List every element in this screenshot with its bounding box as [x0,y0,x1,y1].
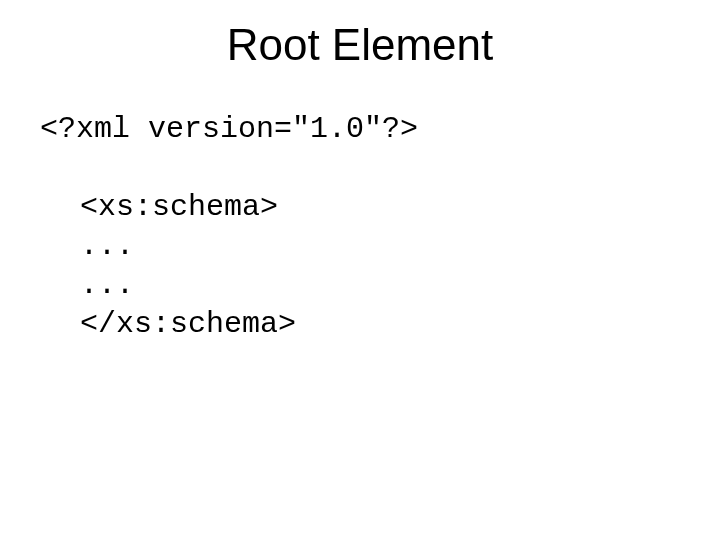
code-block: <?xml version="1.0"?> <xs:schema> ... ..… [40,110,680,344]
code-line-schema-close: </xs:schema> [40,305,680,344]
slide-container: Root Element <?xml version="1.0"?> <xs:s… [0,0,720,540]
code-line-ellipsis-2: ... [40,266,680,305]
code-line-ellipsis-1: ... [40,227,680,266]
code-line-schema-open: <xs:schema> [40,188,680,227]
page-title: Root Element [40,20,680,70]
code-line-xml-declaration: <?xml version="1.0"?> [40,110,680,149]
code-line-blank [40,149,680,188]
